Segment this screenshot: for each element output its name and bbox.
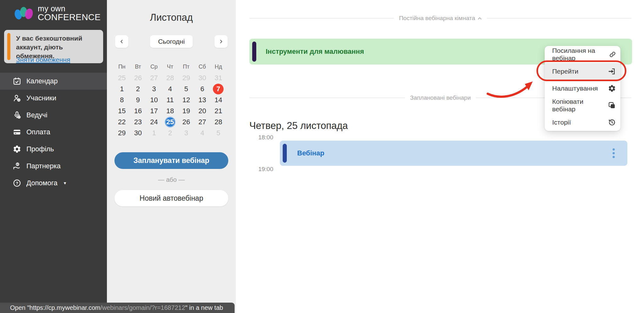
menu-item-history[interactable]: Історії: [545, 114, 620, 131]
chevron-left-icon: [119, 39, 125, 44]
sidebar-item-participants[interactable]: Учасники: [0, 90, 107, 107]
weekday-header: Пн Вт Ср Чт Пт Сб Нд: [114, 64, 226, 70]
day-cell[interactable]: 11: [162, 94, 178, 105]
gear-icon: [13, 145, 21, 154]
day-cell[interactable]: 2: [130, 83, 146, 94]
day-cell[interactable]: 27: [146, 72, 162, 83]
day-cell-selected[interactable]: 25: [162, 116, 178, 127]
day-cell[interactable]: 5: [178, 83, 194, 94]
day-cell[interactable]: 19: [178, 105, 194, 116]
day-cell[interactable]: 30: [130, 127, 146, 138]
link-icon: [609, 50, 616, 59]
browser-status-tooltip: Open "https://cp.mywebinar.com/webinars/…: [0, 303, 235, 313]
room-card-accent-bar: [252, 42, 256, 62]
day-cell[interactable]: 14: [210, 94, 226, 105]
sidebar-item-presenters[interactable]: Ведучі: [0, 107, 107, 124]
sidebar-item-label: Календар: [26, 77, 58, 85]
day-cell[interactable]: 6: [194, 83, 210, 94]
menu-item-label: Налаштування: [552, 85, 598, 92]
new-autowebinar-button[interactable]: Новий автовебінар: [114, 190, 228, 206]
menu-item-label: Копіювати вебінар: [552, 98, 608, 113]
today-button[interactable]: Сьогодні: [150, 35, 193, 48]
sidebar-item-help[interactable]: ? Допомога ▾: [0, 175, 107, 192]
app-window: my own CONFERENCE У вас безкоштовний акк…: [0, 0, 644, 313]
day-cell[interactable]: 22: [114, 116, 130, 127]
sidebar-item-affiliate[interactable]: $ Партнерка: [0, 158, 107, 175]
new-autowebinar-label: Новий автовебінар: [140, 194, 203, 203]
day-cell[interactable]: 27: [194, 116, 210, 127]
prev-month-button[interactable]: [115, 35, 128, 48]
brand-logo[interactable]: my own CONFERENCE: [0, 0, 107, 22]
day-cell[interactable]: 12: [178, 94, 194, 105]
day-cell[interactable]: 28: [162, 72, 178, 83]
day-cell[interactable]: 20: [194, 105, 210, 116]
weekday-label: Нд: [210, 64, 226, 70]
divider-line: [249, 18, 394, 19]
day-cell[interactable]: 26: [178, 116, 194, 127]
menu-item-go-to-webinar[interactable]: Перейти: [545, 63, 620, 80]
gear-icon: [608, 84, 616, 92]
sidebar-item-label: Ведучі: [26, 111, 47, 119]
kebab-menu-icon[interactable]: [611, 147, 617, 160]
day-cell[interactable]: 3: [146, 83, 162, 94]
copy-icon: [608, 101, 616, 109]
day-cell[interactable]: 24: [146, 116, 162, 127]
day-cell[interactable]: 8: [114, 94, 130, 105]
sidebar-item-profile[interactable]: Профіль: [0, 141, 107, 158]
webinar-event-card[interactable]: Вебінар: [280, 141, 627, 166]
day-cell[interactable]: 28: [210, 116, 226, 127]
today-button-label: Сьогодні: [158, 38, 185, 45]
brand-logo-icon: [14, 5, 34, 21]
day-cell[interactable]: 15: [114, 105, 130, 116]
schedule-webinar-button[interactable]: Запланувати вебінар: [114, 152, 228, 169]
day-cell[interactable]: 4: [194, 127, 210, 138]
weekday-label: Сб: [194, 64, 210, 70]
day-cell[interactable]: 9: [130, 94, 146, 105]
calendar-nav: Сьогодні: [115, 35, 228, 48]
day-cell[interactable]: 26: [130, 72, 146, 83]
day-cell[interactable]: 18: [162, 105, 178, 116]
day-cell[interactable]: 29: [114, 127, 130, 138]
menu-item-webinar-link[interactable]: Посилання на вебінар: [545, 46, 620, 63]
day-cell[interactable]: 2: [162, 127, 178, 138]
day-cell[interactable]: 29: [178, 72, 194, 83]
next-month-button[interactable]: [214, 35, 228, 48]
sidebar: my own CONFERENCE У вас безкоштовний акк…: [0, 0, 107, 313]
weekday-label: Пт: [178, 64, 194, 70]
history-clock-icon: [608, 118, 616, 126]
microphone-plus-icon: [13, 111, 21, 120]
day-cell[interactable]: 1: [114, 83, 130, 94]
remove-limits-link[interactable]: Зняти обмеження: [16, 56, 70, 64]
day-cell[interactable]: 23: [130, 116, 146, 127]
sidebar-nav: Календар Учасники Вед: [0, 73, 107, 192]
brand-name-bottom: CONFERENCE: [38, 13, 101, 22]
day-cell[interactable]: 10: [146, 94, 162, 105]
day-cell[interactable]: 5: [210, 127, 226, 138]
sidebar-item-label: Учасники: [26, 94, 56, 102]
schedule-webinar-label: Запланувати вебінар: [133, 156, 209, 165]
status-suffix: " in a new tab: [185, 304, 223, 311]
sidebar-item-label: Партнерка: [26, 162, 61, 170]
weekday-label: Вт: [130, 64, 146, 70]
day-cell[interactable]: 30: [194, 72, 210, 83]
menu-item-settings[interactable]: Налаштування: [545, 80, 620, 97]
permanent-room-toggle[interactable]: Постійна вебінарна кімната: [399, 15, 482, 22]
help-circle-icon: ?: [13, 179, 21, 187]
day-cell[interactable]: 1: [146, 127, 162, 138]
day-cell[interactable]: 16: [130, 105, 146, 116]
day-cell[interactable]: 25: [114, 72, 130, 83]
menu-item-copy-webinar[interactable]: Копіювати вебінар: [545, 97, 620, 114]
svg-text:$: $: [17, 163, 18, 166]
divider-line: [487, 18, 631, 19]
day-cell[interactable]: 13: [194, 94, 210, 105]
divider-line: [249, 98, 405, 98]
day-cell[interactable]: 17: [146, 105, 162, 116]
day-cell-today[interactable]: 7: [210, 83, 226, 94]
day-cell[interactable]: 3: [178, 127, 194, 138]
day-cell[interactable]: 31: [210, 72, 226, 83]
day-cell[interactable]: 4: [162, 83, 178, 94]
or-divider: — або —: [107, 176, 236, 183]
sidebar-item-payment[interactable]: Оплата: [0, 124, 107, 141]
day-cell[interactable]: 21: [210, 105, 226, 116]
sidebar-item-calendar[interactable]: Календар: [0, 73, 107, 90]
